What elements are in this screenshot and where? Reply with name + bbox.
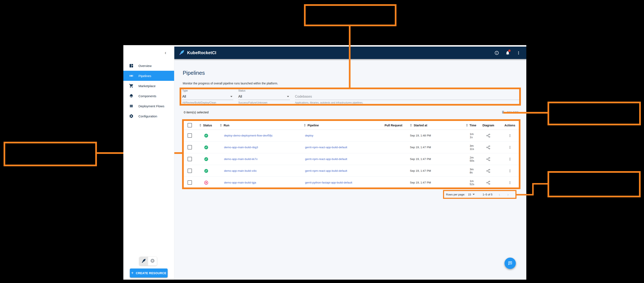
sidebar-item-configuration[interactable]: Configuration [123,111,174,121]
column-header-pipeline[interactable]: Pipeline [308,124,319,127]
quill-mode-button[interactable] [139,257,148,265]
run-link[interactable]: demo-app-main-build-s4ic [224,169,257,172]
diagram-icon [486,145,491,150]
rows-per-page-select[interactable]: 15 [468,193,475,196]
column-header-time[interactable]: Time [470,124,476,127]
pagination-next-button[interactable]: › [507,192,509,197]
sort-time-button[interactable] [466,124,468,127]
codebases-input[interactable]: Codebases [295,93,520,100]
column-header-run[interactable]: Run [224,124,229,127]
row-actions-button[interactable] [501,169,519,173]
pipeline-link[interactable]: gerrit-npm-react-app-build-default [305,157,347,161]
run-cell: deploy-demo-deployment-flow-devf5fjc [220,134,300,137]
success-status-icon [204,157,208,161]
kebab-icon [508,145,512,149]
row-actions-button[interactable] [501,157,519,161]
pipeline-link[interactable]: gerrit-python-fastapi-app-build-default [305,181,352,184]
sidebar-item-deployment-flows[interactable]: Deployment Flows [123,101,174,111]
pipeline-link[interactable]: deploy [305,134,314,137]
sort-run-button[interactable] [220,124,222,127]
select-all-checkbox[interactable] [188,123,192,127]
row-checkbox[interactable] [188,169,192,173]
diagram-button[interactable] [476,169,501,173]
diagram-button[interactable] [476,145,501,150]
kebab-icon [516,51,521,55]
table-row: deploy-demo-deployment-flow-devf5fjcdepl… [184,130,519,142]
pagination-prev-button[interactable]: ‹ [499,192,500,197]
column-header-status[interactable]: Status [203,124,212,127]
time-cell: 3m 8s [454,168,476,174]
table-header-row: Status Run Pipeline Pull Request [184,121,519,130]
sidebar-collapse-button[interactable]: ‹ [162,50,169,56]
row-checkbox[interactable] [188,145,192,149]
sidebar-item-overview[interactable]: Overview [123,61,174,71]
pipeline-runs-table: Status Run Pipeline Pull Request [184,121,519,188]
pipeline-link[interactable]: gerrit-npm-react-app-build-default [305,146,347,149]
column-header-pull-request: Pull Request [384,124,402,127]
sort-pipeline-button[interactable] [304,124,306,127]
main-area: KubeRocketCI Pipelines Monitor the [174,45,526,280]
time-cell: 1m 1s [454,132,476,139]
kubernetes-mode-button[interactable] [148,257,157,265]
window-top-strip [174,45,526,47]
type-filter-helper: All/Review/Build/Deploy/Clean [182,101,233,104]
diagram-button[interactable] [476,157,501,161]
row-checkbox[interactable] [188,157,192,161]
run-link[interactable]: deploy-demo-deployment-flow-devf5fjc [224,134,273,137]
annotation-box-delete [548,102,641,125]
failure-status-icon [204,180,208,185]
status-filter-select[interactable]: All [238,93,290,100]
sidebar-item-marketplace[interactable]: Marketplace [123,81,174,91]
chat-fab-button[interactable] [504,257,516,269]
row-checkbox[interactable] [188,180,192,185]
sidebar-item-label: Configuration [138,114,157,118]
started-at-cell: Sep 19, 1:47 PM [405,181,454,184]
row-actions-button[interactable] [501,145,519,149]
row-actions-button[interactable] [501,181,519,185]
run-link[interactable]: demo-app-main-build-kk7v [224,157,258,161]
sidebar-item-label: Pipelines [138,74,151,78]
info-button[interactable] [494,50,500,56]
row-checkbox[interactable] [188,133,192,138]
overview-icon [129,63,134,68]
create-resource-label: CREATE RESOURCE [136,271,166,275]
header-menu-button[interactable] [516,50,521,56]
annotation-line-pagination-h2 [534,183,548,184]
status-filter: Status All Success/Failure/Unknown [238,89,290,104]
chevron-down-icon [472,194,475,195]
type-filter-select[interactable]: All [182,93,233,100]
sidebar-item-label: Marketplace [138,84,156,88]
sort-started-at-button[interactable] [410,124,412,127]
delete-button[interactable]: DELETE [501,110,519,114]
run-link[interactable]: demo-app-main-build-nbg3 [224,146,258,149]
run-link[interactable]: demo-app-main-build-lgja [224,181,256,184]
pipeline-cell: gerrit-npm-react-app-build-default [300,146,376,149]
codebases-filter: Codebases Applications, libraries, autot… [295,89,520,104]
pipeline-link[interactable]: gerrit-npm-react-app-build-default [305,169,347,172]
chat-icon [508,261,513,266]
row-actions-button[interactable] [501,134,519,138]
table-row: demo-app-main-build-lgjagerrit-python-fa… [184,177,519,188]
sidebar-item-pipelines[interactable]: Pipelines [123,71,174,81]
success-status-icon [204,169,208,173]
diagram-button[interactable] [476,133,501,138]
pagination-range: 1–5 of 5 [483,193,492,196]
pipeline-cell: gerrit-python-fastapi-app-build-default [300,181,376,184]
column-header-started-at[interactable]: Started at [414,124,427,127]
diagram-button[interactable] [476,180,501,185]
table-row: demo-app-main-build-nbg3gerrit-npm-react… [184,142,519,153]
create-resource-button[interactable]: + CREATE RESOURCE [130,268,168,277]
sidebar-item-label: Overview [138,64,152,68]
kebab-icon [508,134,512,138]
chevron-down-icon [230,96,232,97]
notifications-button[interactable] [505,50,510,56]
sidebar-item-label: Components [138,94,156,98]
app-window: ‹ OverviewPipelinesMarketplaceComponents… [123,45,526,280]
status-filter-label: Status [238,89,290,92]
sidebar-item-components[interactable]: Components [123,91,174,101]
column-header-actions: Actions [504,124,515,127]
type-filter-value: All [182,95,186,99]
run-cell: demo-app-main-build-nbg3 [220,146,300,149]
chevron-left-icon: ‹ [165,50,166,56]
sort-status-button[interactable] [199,124,202,127]
